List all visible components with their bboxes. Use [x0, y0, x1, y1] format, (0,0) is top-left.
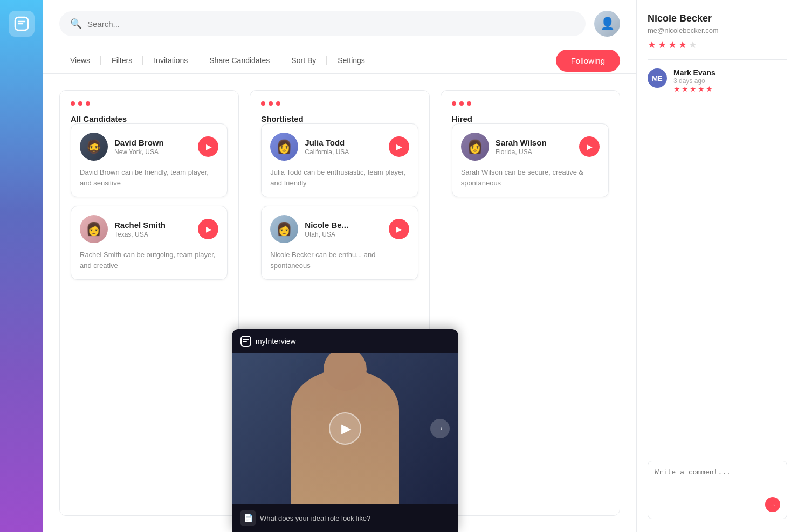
video-brand-label: myInterview	[256, 337, 296, 346]
name-nicole-short: Nicole Be...	[305, 220, 348, 230]
desc-julia: Julia Todd can be enthusiastic, team pla…	[270, 167, 409, 188]
dot-s3	[276, 101, 280, 106]
name-sarah: Sarah Wilson	[496, 138, 547, 147]
kanban-board: All Candidates 🧔 David Brown New York, U…	[43, 74, 636, 532]
play-icon-david: ▶	[206, 142, 212, 151]
play-button-sarah[interactable]: ▶	[579, 136, 600, 157]
rev-star-5: ★	[706, 85, 713, 93]
question-text: What does your ideal role look like?	[260, 514, 370, 522]
candidate-info-david: 🧔 David Brown New York, USA	[80, 133, 164, 161]
desc-nicole-short: Nicole Becker can be enthu... and sponta…	[270, 250, 409, 271]
candidate-card-david: 🧔 David Brown New York, USA ▶ David Brow…	[71, 123, 228, 197]
video-logo-icon	[240, 336, 251, 347]
rev-star-4: ★	[698, 85, 705, 93]
play-icon-nicole: ▶	[396, 225, 402, 233]
toolbar-filters[interactable]: Filters	[101, 47, 143, 73]
play-button-rachel[interactable]: ▶	[198, 219, 218, 239]
sidebar	[0, 0, 43, 532]
comment-input[interactable]	[655, 468, 780, 495]
reviewer-section: ME Mark Evans 3 days ago ★ ★ ★ ★ ★	[648, 68, 787, 93]
column-title-shortlisted: Shortlisted	[261, 114, 418, 123]
avatar-nicole-short: 👩	[270, 215, 298, 243]
candidate-card-sarah: 👩 Sarah Wilson Florida, USA ▶ Sarah Wils…	[452, 123, 609, 197]
toolbar-sort-by[interactable]: Sort By	[280, 47, 327, 73]
star-4: ★	[678, 39, 687, 51]
play-button-david[interactable]: ▶	[198, 136, 218, 157]
following-button[interactable]: Following	[556, 50, 620, 72]
dot-h2	[459, 101, 464, 106]
video-overlay: myInterview ▶ → 📄 What does your ideal r…	[232, 329, 458, 532]
dot-1	[71, 101, 75, 106]
dot-h1	[452, 101, 456, 106]
candidate-top-david: 🧔 David Brown New York, USA ▶	[80, 133, 218, 161]
star-5-empty: ★	[689, 39, 697, 51]
toolbar-invitations[interactable]: Invitations	[143, 47, 198, 73]
column-header-hired	[452, 101, 609, 106]
reviewer-avatar: ME	[648, 68, 667, 88]
toolbar-settings[interactable]: Settings	[327, 47, 376, 73]
video-header: myInterview	[232, 329, 458, 353]
location-julia: California, USA	[305, 148, 349, 156]
star-1: ★	[648, 39, 656, 51]
dot-s1	[261, 101, 265, 106]
candidate-card-julia: 👩 Julia Todd California, USA ▶ Julia Tod…	[261, 123, 418, 197]
header: 🔍 👤	[43, 0, 636, 47]
send-comment-button[interactable]: →	[765, 497, 780, 512]
rev-star-1: ★	[673, 85, 680, 93]
column-title-hired: Hired	[452, 114, 609, 123]
candidate-info-julia: 👩 Julia Todd California, USA	[270, 133, 349, 161]
toolbar: Views Filters Invitations Share Candidat…	[43, 47, 636, 74]
reviewer-time: 3 days ago	[673, 77, 716, 85]
avatar-rachel: 👩	[80, 215, 108, 243]
panel-candidate-name: Nicole Becker	[648, 13, 787, 24]
main-content: 🔍 👤 Views Filters Invitations Share Cand…	[43, 0, 636, 532]
avatar[interactable]: 👤	[594, 11, 620, 37]
star-3: ★	[668, 39, 677, 51]
column-header-all	[71, 101, 228, 106]
candidate-top-sarah: 👩 Sarah Wilson Florida, USA ▶	[461, 133, 600, 161]
panel-divider	[648, 59, 787, 60]
candidate-card-nicole-short: 👩 Nicole Be... Utah, USA ▶ Nicole Becker…	[261, 206, 418, 280]
right-panel: Nicole Becker me@nicolebecker.com ★ ★ ★ …	[636, 0, 798, 532]
rev-star-3: ★	[690, 85, 697, 93]
column-title-all: All Candidates	[71, 114, 228, 123]
rev-star-2: ★	[682, 85, 689, 93]
location-david: New York, USA	[114, 148, 164, 156]
dot-s2	[269, 101, 273, 106]
question-doc-icon: 📄	[240, 510, 256, 526]
star-2: ★	[658, 39, 666, 51]
avatar-david: 🧔	[80, 133, 108, 161]
location-nicole-short: Utah, USA	[305, 231, 348, 238]
video-next-button[interactable]: →	[430, 419, 450, 438]
search-input[interactable]	[87, 19, 575, 29]
column-header-shortlisted	[261, 101, 418, 106]
column-hired: Hired 👩 Sarah Wilson Florida, USA ▶	[441, 90, 620, 516]
desc-rachel: Rachel Smith can be outgoing, team playe…	[80, 250, 218, 271]
dot-3	[86, 101, 90, 106]
video-body: ▶ →	[232, 353, 458, 504]
search-icon: 🔍	[70, 18, 82, 30]
dot-2	[78, 101, 82, 106]
toolbar-share-candidates[interactable]: Share Candidates	[198, 47, 280, 73]
video-play-center-button[interactable]: ▶	[329, 412, 361, 445]
sidebar-logo[interactable]	[9, 11, 35, 37]
reviewer-rating: ★ ★ ★ ★ ★	[673, 85, 716, 93]
location-rachel: Texas, USA	[114, 231, 166, 238]
candidate-top-rachel: 👩 Rachel Smith Texas, USA ▶	[80, 215, 218, 243]
toolbar-views[interactable]: Views	[59, 47, 101, 73]
play-button-nicole[interactable]: ▶	[389, 219, 409, 239]
rating-stars: ★ ★ ★ ★ ★	[648, 39, 787, 51]
candidate-info-sarah: 👩 Sarah Wilson Florida, USA	[461, 133, 547, 161]
reviewer-name: Mark Evans	[673, 68, 716, 77]
video-play-icon: ▶	[341, 421, 351, 436]
play-button-julia[interactable]: ▶	[389, 136, 409, 157]
play-icon-sarah: ▶	[587, 142, 593, 151]
candidate-info-rachel: 👩 Rachel Smith Texas, USA	[80, 215, 166, 243]
column-all-candidates: All Candidates 🧔 David Brown New York, U…	[59, 90, 239, 516]
search-bar: 🔍	[59, 11, 586, 36]
desc-david: David Brown can be friendly, team player…	[80, 167, 218, 188]
name-david: David Brown	[114, 138, 164, 147]
video-question-bar: 📄 What does your ideal role look like?	[232, 504, 458, 532]
play-icon-rachel: ▶	[206, 225, 212, 233]
name-julia: Julia Todd	[305, 138, 349, 147]
